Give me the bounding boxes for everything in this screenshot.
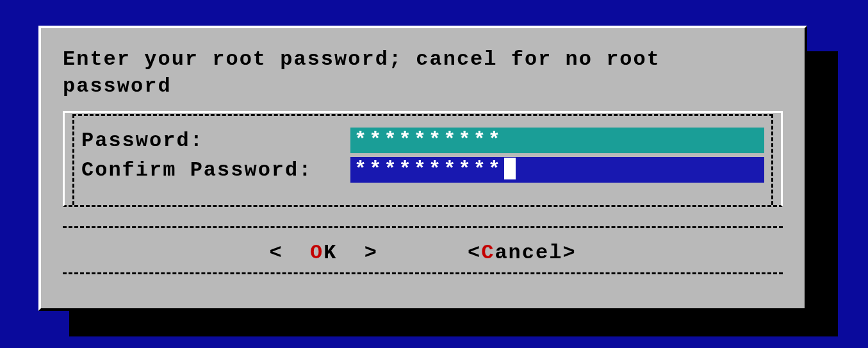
button-separator-bottom [63, 272, 783, 274]
ok-button[interactable]: < OK > [269, 241, 378, 265]
password-input[interactable]: ********** [350, 128, 764, 153]
desktop-background: Enter your root password; cancel for no … [0, 0, 868, 348]
ok-rest: K [323, 241, 337, 265]
root-password-dialog: Enter your root password; cancel for no … [38, 26, 807, 311]
dialog-prompt: Enter your root password; cancel for no … [63, 46, 783, 99]
button-row: < OK > <Cancel> [63, 228, 783, 272]
angle-left-icon: < [468, 241, 481, 265]
angle-left-icon: < [269, 241, 283, 265]
cancel-rest: ancel [495, 241, 562, 265]
ok-hotkey: O [310, 241, 323, 265]
angle-right-icon: > [364, 241, 378, 265]
password-row: Password: ********** [81, 126, 764, 155]
confirm-password-row: Confirm Password: ********** [81, 155, 764, 185]
cancel-hotkey: C [481, 241, 495, 265]
button-separator-top [63, 226, 783, 228]
password-label: Password: [81, 129, 350, 153]
fields-frame: Password: ********** Confirm Password: *… [63, 111, 783, 207]
text-cursor [504, 158, 516, 179]
angle-right-icon: > [562, 241, 576, 265]
cancel-button[interactable]: <Cancel> [468, 241, 577, 265]
confirm-password-label: Confirm Password: [81, 158, 350, 182]
confirm-password-input[interactable]: ********** [350, 157, 764, 183]
confirm-password-masked: ********** [354, 158, 503, 181]
password-masked: ********** [354, 128, 503, 152]
